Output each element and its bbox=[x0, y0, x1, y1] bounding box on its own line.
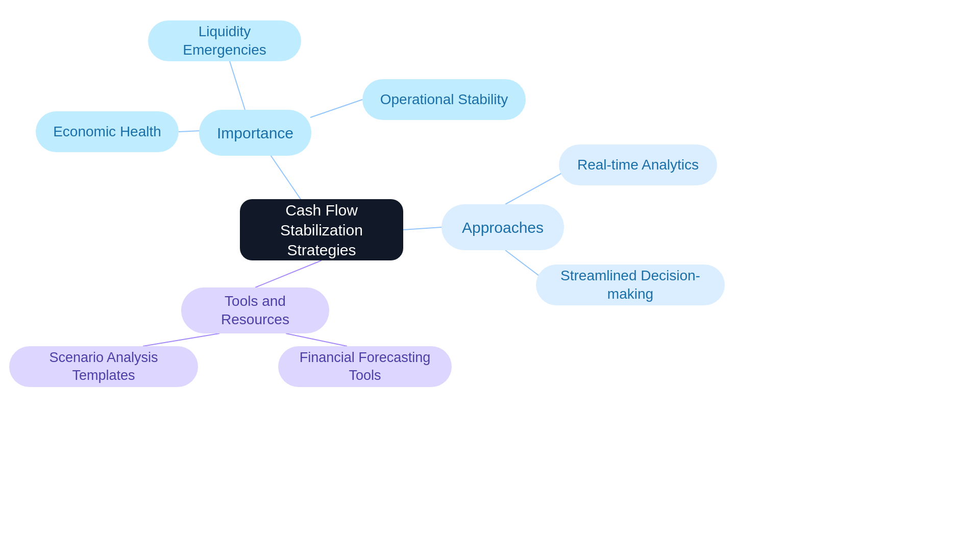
svg-line-1 bbox=[230, 61, 245, 110]
svg-line-8 bbox=[143, 333, 219, 346]
svg-line-4 bbox=[403, 227, 442, 230]
operational-stability-node: Operational Stability bbox=[362, 79, 526, 120]
center-node: Cash Flow Stabilization Strategies bbox=[240, 199, 403, 260]
svg-line-3 bbox=[310, 100, 362, 117]
importance-node: Importance bbox=[199, 110, 311, 156]
economic-health-node: Economic Health bbox=[36, 111, 179, 152]
tools-resources-node: Tools and Resources bbox=[181, 287, 329, 333]
scenario-analysis-node: Scenario Analysis Templates bbox=[9, 346, 198, 387]
financial-forecasting-node: Financial Forecasting Tools bbox=[278, 346, 452, 387]
streamlined-decision-node: Streamlined Decision-making bbox=[536, 265, 725, 305]
realtime-analytics-node: Real-time Analytics bbox=[559, 145, 717, 185]
svg-line-7 bbox=[255, 260, 322, 287]
liquidity-node: Liquidity Emergencies bbox=[148, 20, 301, 61]
svg-line-9 bbox=[286, 333, 347, 346]
approaches-node: Approaches bbox=[442, 204, 564, 250]
